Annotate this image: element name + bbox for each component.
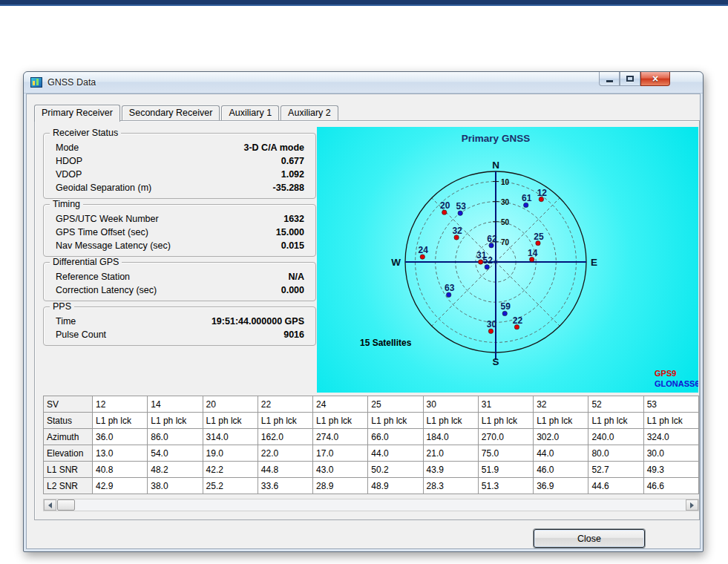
satellite-label: 62 (487, 234, 497, 244)
sv-cell: 36.0 (93, 429, 148, 445)
sv-row-header: SV (44, 396, 93, 413)
tab-strip: Primary Receiver Secondary Receiver Auxi… (34, 103, 340, 121)
scroll-left-button[interactable] (44, 499, 56, 511)
group-timing: Timing GPS/UTC Week Number 1632 GPS Time… (43, 204, 316, 257)
sv-cell: 66.0 (368, 429, 423, 445)
sv-table-row: Azimuth36.086.0314.0162.0274.066.0184.02… (44, 429, 699, 445)
field-label: Mode (56, 141, 79, 154)
satellite-label: 61 (522, 193, 532, 203)
skyplot-svg: Primary GNSSNSWE103050701214202224253031… (317, 127, 698, 393)
sv-cell: 44.0 (534, 445, 588, 462)
sv-cell: 20 (203, 396, 258, 413)
sv-cell: 53 (643, 396, 698, 413)
satellite-label: 32 (452, 226, 462, 236)
sv-cell: 43.9 (423, 462, 478, 478)
legend-glonass: GLONASS6 (655, 378, 698, 389)
satellite-label: 59 (501, 301, 511, 312)
sv-cell: L1 ph lck (478, 413, 533, 429)
field-label: Pulse Count (56, 328, 106, 341)
field-label: Reference Station (56, 270, 130, 283)
compass-n: N (492, 160, 499, 171)
satellite-label: 14 (528, 248, 538, 258)
field-value: 19:51:44.000000 GPS (211, 315, 304, 328)
field-value: 0.677 (281, 154, 304, 168)
sv-cell: 22.0 (258, 445, 312, 462)
sv-cell: 52 (588, 396, 643, 413)
skyplot-legend: GPS9 GLONASS6 (655, 368, 698, 389)
compass-s: S (492, 356, 499, 367)
sv-cell: 38.0 (148, 478, 203, 494)
satellite-count-label: 15 Satellites (360, 338, 411, 348)
sv-cell: 184.0 (423, 429, 478, 445)
sv-cell: L1 ph lck (534, 413, 588, 429)
sv-cell: 49.3 (643, 462, 698, 478)
sv-cell: 42.9 (93, 478, 148, 494)
sv-row-header: L2 SNR (44, 478, 93, 494)
window-close-button[interactable]: × (640, 72, 670, 86)
tab-auxiliary-2[interactable]: Auxiliary 2 (281, 105, 338, 120)
field-value: -35.288 (273, 181, 304, 194)
sv-cell: L1 ph lck (93, 413, 148, 429)
satellite-label: 30 (487, 319, 497, 329)
sv-table-row: Elevation13.054.019.022.017.044.021.075.… (44, 445, 699, 462)
field-label: HDOP (56, 154, 82, 168)
table-scrollbar[interactable] (43, 499, 699, 511)
field-label: Nav Message Latency (sec) (56, 239, 171, 252)
field-value: 1.092 (281, 168, 304, 181)
satellite-label: 20 (440, 200, 450, 211)
sv-cell: 19.0 (203, 445, 258, 462)
sv-cell: 80.0 (588, 445, 643, 462)
close-icon: × (652, 73, 658, 85)
sv-cell: 44.6 (588, 478, 643, 494)
field-label: VDOP (56, 168, 82, 181)
sv-table-row: L2 SNR42.938.025.233.628.948.928.351.336… (44, 478, 699, 494)
satellite-label: 25 (534, 232, 544, 242)
app-icon-bar (36, 79, 39, 85)
field-value: 9016 (283, 328, 304, 341)
field-value: 1632 (283, 212, 304, 226)
sv-cell: 51.9 (478, 462, 533, 478)
window-title: GNSS Data (47, 77, 96, 88)
minimize-button[interactable] (599, 72, 620, 86)
field-value: 0.015 (281, 239, 304, 252)
sv-cell: 33.6 (258, 478, 312, 494)
sv-cell: L1 ph lck (148, 413, 203, 429)
field-row: Nav Message Latency (sec) 0.015 (51, 239, 304, 252)
field-row: Reference Station N/A (51, 270, 304, 283)
sv-cell: 14 (148, 396, 203, 413)
sv-cell: 40.8 (93, 462, 148, 478)
tab-secondary-receiver[interactable]: Secondary Receiver (122, 105, 220, 120)
sv-cell: 12 (93, 396, 148, 413)
sv-cell: 44.8 (258, 462, 312, 478)
sv-table-row: SV1214202224253031325253 (44, 396, 699, 413)
sv-cell: 314.0 (203, 429, 258, 445)
skyplot-title: Primary GNSS (462, 133, 530, 144)
status-groups: Receiver Status Mode 3-D C/A mode HDOP 0… (43, 133, 316, 351)
satellite-label: 24 (419, 245, 429, 255)
close-button[interactable]: Close (534, 529, 645, 548)
sv-cell: 17.0 (313, 445, 368, 462)
scrollbar-track[interactable] (75, 499, 686, 511)
field-label: Time (56, 315, 76, 328)
maximize-button[interactable] (620, 72, 640, 86)
sv-table-body: SV1214202224253031325253StatusL1 ph lckL… (44, 396, 699, 494)
arrow-left-icon (48, 502, 52, 508)
scrollbar-thumb[interactable] (57, 499, 75, 511)
sv-cell: 43.0 (313, 462, 368, 478)
app-icon-bar (33, 81, 35, 85)
scroll-right-button[interactable] (686, 499, 698, 511)
sv-cell: 48.9 (368, 478, 423, 494)
sv-table-row: StatusL1 ph lckL1 ph lckL1 ph lckL1 ph l… (44, 413, 699, 429)
sv-cell: 42.2 (203, 462, 258, 478)
sv-cell: 22 (258, 396, 312, 413)
field-value: N/A (288, 270, 304, 283)
tab-auxiliary-1[interactable]: Auxiliary 1 (221, 105, 279, 120)
group-title: PPS (50, 301, 74, 312)
sv-cell: 46.0 (534, 462, 588, 478)
sv-cell: 44.0 (368, 445, 423, 462)
titlebar[interactable]: GNSS Data × (24, 72, 703, 94)
sv-cell: 51.3 (478, 478, 533, 494)
sv-cell: L1 ph lck (368, 413, 423, 429)
tab-primary-receiver[interactable]: Primary Receiver (34, 105, 120, 122)
field-row: Mode 3-D C/A mode (51, 141, 304, 154)
